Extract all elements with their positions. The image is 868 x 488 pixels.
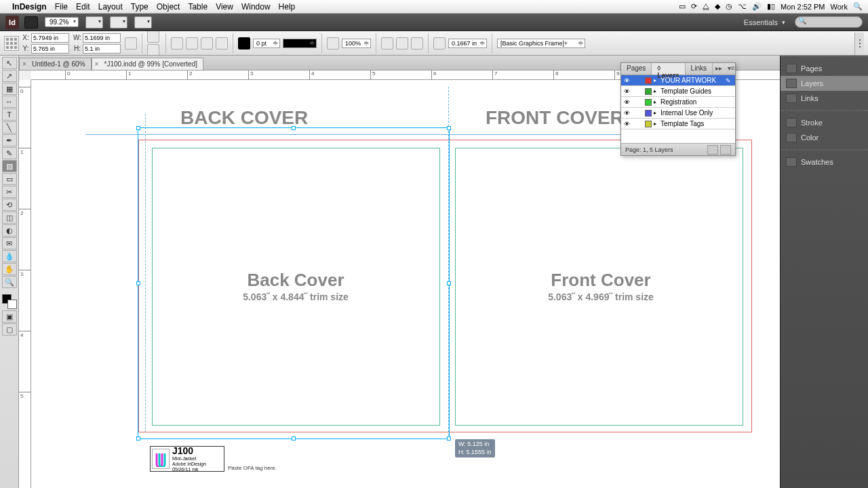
selection-tool[interactable]: ↖: [2, 57, 17, 69]
selected-frame[interactable]: [138, 127, 450, 439]
panel-menu-icon[interactable]: ▾≡: [725, 63, 738, 75]
collapse-panel-icon[interactable]: ▸▸: [713, 63, 725, 75]
delete-layer-button[interactable]: [720, 145, 731, 155]
document-tab[interactable]: ×*J100.indd @ 99% [Converted]: [92, 58, 203, 70]
reference-point-selector[interactable]: [4, 36, 19, 51]
layer-row[interactable]: 👁 ▸ Template Tags: [621, 119, 735, 129]
zoom-tool[interactable]: 🔍: [2, 276, 17, 288]
view-options-dropdown[interactable]: [85, 16, 103, 28]
free-transform-tool[interactable]: ⟲: [2, 199, 17, 211]
panel-tab-swatches[interactable]: Swatches: [781, 155, 868, 169]
y-input[interactable]: 5.765 in: [31, 44, 69, 54]
gap-tool[interactable]: ↔: [2, 96, 17, 108]
menubar-sync-icon[interactable]: ⟳: [691, 2, 697, 11]
rotate-cw-button[interactable]: [186, 37, 198, 49]
constrain-proportions-toggle[interactable]: [125, 37, 137, 49]
h-input[interactable]: 5.1 in: [83, 44, 121, 54]
gradient-swatch-tool[interactable]: ◫: [2, 211, 17, 224]
menu-window[interactable]: Window: [241, 2, 271, 12]
menu-table[interactable]: Table: [188, 2, 208, 12]
spotlight-icon[interactable]: 🔍: [853, 2, 863, 11]
rectangle-tool[interactable]: ▭: [2, 173, 17, 185]
layer-row[interactable]: 👁 ▸ Internal Use Only: [621, 108, 735, 119]
menubar-dropbox-icon[interactable]: ◆: [715, 2, 720, 11]
new-layer-button[interactable]: [707, 145, 718, 155]
corner-radius-input[interactable]: 0.1667 in: [448, 39, 487, 48]
menubar-volume-icon[interactable]: 🔊: [752, 2, 762, 11]
disclosure-arrow-icon[interactable]: ▸: [654, 99, 659, 105]
page-tool[interactable]: ▦: [2, 83, 17, 95]
arrange-documents-dropdown[interactable]: [134, 16, 152, 28]
workspace-switcher[interactable]: Essentials: [744, 18, 778, 26]
visibility-toggle-icon[interactable]: 👁: [621, 77, 632, 84]
menubar-wifi-icon[interactable]: ⧋: [703, 2, 709, 11]
text-wrap-none-button[interactable]: [381, 37, 393, 49]
disclosure-arrow-icon[interactable]: ▸: [654, 88, 659, 94]
disclosure-arrow-icon[interactable]: ▸: [654, 77, 659, 83]
panel-tab-color[interactable]: Color: [781, 130, 868, 145]
gradient-feather-tool[interactable]: ◐: [2, 224, 17, 237]
rotate-ccw-button[interactable]: [171, 37, 183, 49]
menu-type[interactable]: Type: [131, 2, 149, 12]
menu-view[interactable]: View: [216, 2, 233, 12]
layer-row[interactable]: 👁 ▸ Template Guides: [621, 86, 735, 97]
menubar-bluetooth-icon[interactable]: ⌥: [738, 2, 747, 11]
menubar-clock[interactable]: Mon 2:52 PM: [781, 3, 825, 11]
screen-mode-button[interactable]: ▢: [2, 323, 17, 336]
workspace-arrow-icon[interactable]: ▾: [782, 19, 785, 26]
panel-tab-links[interactable]: Links: [686, 63, 713, 75]
vertical-ruler[interactable]: 0 1 2 3 4 5: [19, 80, 31, 488]
visibility-toggle-icon[interactable]: 👁: [621, 88, 632, 95]
menubar-battery-icon[interactable]: ▮▯: [767, 2, 775, 11]
flip-vertical-button[interactable]: [216, 37, 228, 49]
menu-file[interactable]: File: [55, 2, 68, 12]
pencil-tool[interactable]: ✎: [2, 147, 17, 159]
panel-tab-pages[interactable]: Pages: [621, 63, 652, 75]
menu-help[interactable]: Help: [279, 2, 296, 12]
panel-tab-links[interactable]: Links: [781, 91, 868, 106]
app-name[interactable]: InDesign: [12, 2, 47, 12]
x-input[interactable]: 5.7949 in: [31, 33, 69, 43]
fill-swatch[interactable]: [238, 37, 250, 49]
menubar-clock-icon[interactable]: ◷: [726, 2, 732, 11]
menu-layout[interactable]: Layout: [98, 2, 123, 12]
help-search-input[interactable]: [795, 16, 863, 28]
control-bar-menu-button[interactable]: [854, 33, 864, 54]
stroke-style-select[interactable]: [283, 39, 317, 48]
menubar-screenshare-icon[interactable]: ▭: [679, 2, 686, 11]
fill-stroke-swatch[interactable]: [2, 294, 17, 309]
effects-button[interactable]: [327, 37, 339, 49]
close-tab-icon[interactable]: ×: [95, 60, 99, 68]
document-tab[interactable]: ×Untitled-1 @ 60%: [19, 58, 92, 70]
pen-tool[interactable]: ✒: [2, 134, 17, 146]
scissors-tool[interactable]: ✂: [2, 186, 17, 198]
bridge-button[interactable]: [24, 16, 38, 28]
direct-selection-tool[interactable]: ↗: [2, 70, 17, 82]
text-wrap-shape-button[interactable]: [411, 37, 423, 49]
apply-color-button[interactable]: ▣: [2, 310, 17, 323]
stroke-weight-select[interactable]: 0 pt: [253, 39, 280, 48]
visibility-toggle-icon[interactable]: 👁: [621, 110, 632, 117]
flip-horizontal-button[interactable]: [201, 37, 213, 49]
rectangle-frame-tool[interactable]: ▧: [2, 160, 17, 172]
corner-options-button[interactable]: [433, 37, 446, 49]
line-tool[interactable]: ╲: [2, 121, 17, 134]
menubar-user[interactable]: Work: [831, 3, 848, 11]
visibility-toggle-icon[interactable]: 👁: [621, 99, 632, 106]
note-tool[interactable]: ✉: [2, 237, 17, 249]
layer-row[interactable]: 👁 ▸ Registration: [621, 97, 735, 108]
menu-object[interactable]: Object: [157, 2, 180, 12]
object-style-select[interactable]: [Basic Graphics Frame]+: [497, 39, 585, 48]
screen-mode-dropdown[interactable]: [110, 16, 127, 28]
text-wrap-bounding-button[interactable]: [396, 37, 408, 49]
disclosure-arrow-icon[interactable]: ▸: [654, 110, 659, 116]
hand-tool[interactable]: ✋: [2, 263, 17, 275]
eyedropper-tool[interactable]: 💧: [2, 250, 17, 262]
panel-tab-layers[interactable]: ◊ Layers: [652, 63, 685, 75]
panel-tab-pages[interactable]: Pages: [781, 61, 868, 76]
panel-tab-stroke[interactable]: Stroke: [781, 115, 868, 130]
type-tool[interactable]: T: [2, 108, 17, 121]
zoom-level-select[interactable]: 99.2%: [45, 17, 79, 27]
opacity-select[interactable]: 100%: [342, 39, 371, 48]
close-tab-icon[interactable]: ×: [22, 60, 26, 68]
